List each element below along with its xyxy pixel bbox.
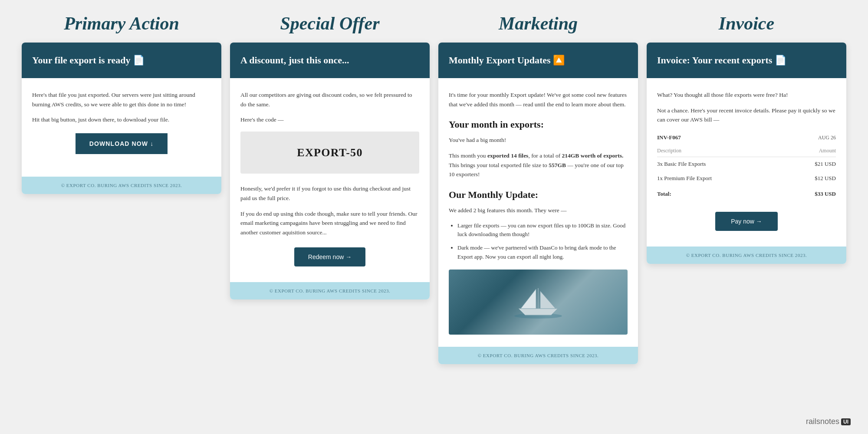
marketing-features-list: Larger file exports — you can now export…	[449, 221, 628, 262]
special-body-text2: Here's the code —	[240, 115, 419, 125]
invoice-line1: 3x Basic File Exports $21 USD	[657, 157, 836, 171]
marketing-s1b2-bold3: 557GB	[549, 162, 566, 168]
invoice-total-label: Total:	[657, 185, 786, 201]
primary-body-text1: Here's that file you just exported. Our …	[32, 90, 211, 109]
invoice-col-headers: Description Amount	[657, 145, 836, 157]
marketing-image	[449, 270, 628, 335]
col-title-primary: Primary Action	[17, 13, 226, 34]
invoice-col-desc: Description	[657, 145, 786, 157]
invoice-table: INV-F067 AUG 26 Description Amount 3x Ba…	[657, 131, 836, 201]
marketing-section2-title: Our Monthly Update:	[449, 187, 628, 202]
invoice-line2: 1x Premium File Export $12 USD	[657, 171, 836, 186]
special-offer-footer: © EXPORT CO. BURING AWS CREDITS SINCE 20…	[230, 282, 430, 299]
pay-now-button[interactable]: Pay now →	[715, 212, 778, 231]
marketing-intro: It's time for your monthly Export update…	[449, 90, 628, 109]
primary-action-header: Your file export is ready 📄	[22, 43, 221, 78]
special-offer-title: A discount, just this once...	[240, 55, 349, 66]
invoice-body-text1: What? You thought all those file exports…	[657, 90, 836, 100]
columns-header: Primary Action Special Offer Marketing I…	[17, 13, 851, 34]
svg-marker-1	[519, 309, 558, 315]
invoice-id-row: INV-F067 AUG 26	[657, 131, 836, 145]
marketing-feature2: Dark mode — we've partnered with DaasCo …	[457, 243, 628, 262]
invoice-id: INV-F067	[657, 131, 786, 145]
col-title-marketing: Marketing	[434, 13, 642, 34]
invoice-title: Invoice: Your recent exports 📄	[657, 55, 786, 66]
col-title-invoice: Invoice	[642, 13, 851, 34]
invoice-card: Invoice: Your recent exports 📄 What? You…	[647, 43, 846, 264]
railsnotes-text: railsnotes	[806, 417, 839, 426]
special-body-text4: If you do end up using this code though,…	[240, 209, 419, 237]
marketing-s1b2-bold2: 214GB worth of exports.	[562, 152, 624, 159]
marketing-section1-body1: You've had a big month!	[449, 135, 628, 145]
cards-row: Your file export is ready 📄 Here's that …	[17, 43, 851, 364]
svg-marker-3	[540, 291, 556, 309]
invoice-total-amount: $33 USD	[786, 185, 836, 201]
marketing-section2-body: We added 2 big features this month. They…	[449, 206, 628, 215]
invoice-header: Invoice: Your recent exports 📄	[647, 43, 846, 78]
railsnotes-badge: UI	[841, 418, 851, 425]
invoice-footer: © EXPORT CO. BURING AWS CREDITS SINCE 20…	[647, 247, 846, 264]
invoice-line2-amount: $12 USD	[786, 171, 836, 186]
special-offer-card: A discount, just this once... All our co…	[230, 43, 430, 299]
special-offer-body: All our competitors are giving out disco…	[230, 78, 430, 282]
marketing-footer: © EXPORT CO. BURING AWS CREDITS SINCE 20…	[438, 347, 638, 364]
invoice-body-text2: Not a chance. Here's your recent invoice…	[657, 106, 836, 125]
coupon-code-box: EXPORT-50	[240, 132, 419, 174]
paper-boat-svg	[512, 285, 564, 319]
marketing-feature1: Larger file exports — you can now export…	[457, 221, 628, 240]
marketing-card: Monthly Export Updates 🔼 It's time for y…	[438, 43, 638, 364]
marketing-s1b2-bold: exported 14 files	[487, 152, 528, 159]
col-title-special: Special Offer	[226, 13, 434, 34]
marketing-header: Monthly Export Updates 🔼	[438, 43, 638, 78]
primary-action-body: Here's that file you just exported. Our …	[22, 78, 221, 177]
invoice-line1-desc: 3x Basic File Exports	[657, 157, 786, 171]
special-body-text1: All our competitors are giving out disco…	[240, 90, 419, 109]
page-wrapper: Primary Action Special Offer Marketing I…	[0, 0, 868, 381]
invoice-line2-desc: 1x Premium File Export	[657, 171, 786, 186]
primary-action-card: Your file export is ready 📄 Here's that …	[22, 43, 221, 194]
invoice-date: AUG 26	[786, 131, 836, 145]
invoice-line1-amount: $21 USD	[786, 157, 836, 171]
marketing-title: Monthly Export Updates 🔼	[449, 55, 565, 66]
special-body-text3: Honestly, we'd prefer it if you forgot t…	[240, 184, 419, 203]
marketing-section1-body2: This month you exported 14 files, for a …	[449, 151, 628, 179]
invoice-body: What? You thought all those file exports…	[647, 78, 846, 247]
invoice-col-amount: Amount	[786, 145, 836, 157]
primary-action-footer: © EXPORT CO. BURING AWS CREDITS SINCE 20…	[22, 177, 221, 194]
primary-action-title: Your file export is ready 📄	[32, 55, 145, 66]
marketing-s1b2-pre: This month you	[449, 152, 487, 159]
redeem-button[interactable]: Redeem now →	[294, 247, 365, 266]
marketing-section1-title: Your month in exports:	[449, 117, 628, 132]
download-now-button[interactable]: DOWNLOAD NOW ↓	[76, 133, 168, 154]
marketing-s1b2-end: This brings your total exported file siz…	[449, 162, 549, 168]
svg-marker-2	[521, 289, 536, 309]
primary-body-text2: Hit that big button, just down there, to…	[32, 115, 211, 125]
railsnotes-watermark: railsnotes UI	[806, 417, 851, 426]
invoice-total-row: Total: $33 USD	[657, 185, 836, 201]
special-offer-header: A discount, just this once...	[230, 43, 430, 78]
marketing-s1b2-mid: , for a total of	[528, 152, 562, 159]
marketing-body: It's time for your monthly Export update…	[438, 78, 638, 347]
